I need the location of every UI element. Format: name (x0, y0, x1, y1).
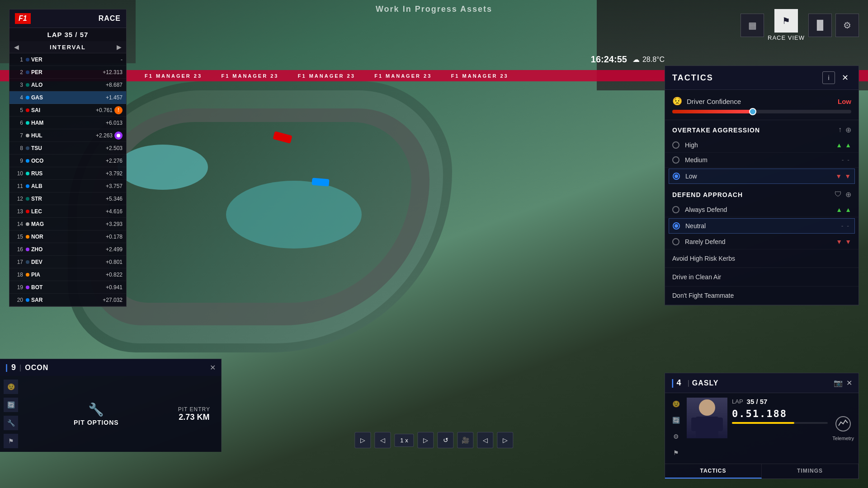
settings-button[interactable]: ⚙ (835, 14, 859, 37)
standings-row[interactable]: 11ALB+3.757 (9, 180, 126, 192)
position-number: 7 (13, 132, 23, 139)
rewind-button[interactable]: ◁ (374, 432, 391, 448)
standings-row[interactable]: 6HAM+6.013 (9, 117, 126, 129)
standings-row[interactable]: 7HUL+2.263 (9, 129, 126, 142)
driver-card-close-button[interactable]: ✕ (846, 379, 852, 387)
defend-always-option[interactable]: Always Defend ▲ ▲ (665, 202, 859, 217)
standings-row[interactable]: 14MAG+3.293 (9, 218, 126, 230)
svg-rect-3 (691, 418, 700, 431)
overtake-high-option[interactable]: High ▲ ▲ (665, 138, 859, 153)
standings-row[interactable]: 18PIA+0.822 (9, 268, 126, 281)
defend-rarely-radio[interactable] (672, 238, 679, 245)
standings-row[interactable]: 8TSU+2.503 (9, 142, 126, 155)
driver-gap: +3.293 (106, 221, 123, 227)
next-frame-button[interactable]: ▷ (497, 432, 514, 448)
team-dot (26, 134, 29, 137)
prev-frame-button[interactable]: ◁ (477, 432, 494, 448)
standings-row[interactable]: 10RUS+3.792 (9, 167, 126, 180)
standings-row[interactable]: 19BOT+0.941 (9, 281, 126, 294)
overtake-low-radio[interactable] (673, 173, 680, 180)
standings-row[interactable]: 4GAS+1.457 (9, 91, 126, 104)
defend-neutral-option[interactable]: Neutral - - (669, 218, 855, 234)
standings-row[interactable]: 16ZHO+2.499 (9, 243, 126, 256)
weather-info: ☁ 28.8°C (632, 55, 665, 64)
overtake-high-radio[interactable] (672, 141, 679, 149)
tactics-info-button[interactable]: i (822, 71, 835, 84)
standings-row[interactable]: 15NOR+0.178 (9, 230, 126, 243)
timings-tab[interactable]: TIMINGS (762, 464, 859, 479)
standings-row[interactable]: 9OCO+2.276 (9, 155, 126, 167)
gasly-photo (687, 398, 727, 438)
position-number: 11 (13, 183, 23, 189)
driver-card-icon-settings[interactable]: ⚙ (670, 430, 682, 443)
ocon-icon-wrench[interactable]: 🔧 (4, 416, 18, 430)
clean-air-toggle[interactable]: Drive in Clean Air (665, 268, 859, 286)
standings-row[interactable]: 1VER- (9, 53, 126, 66)
standings-row[interactable]: 20SAR+27.032 (9, 294, 126, 306)
loop-button[interactable]: ↺ (438, 432, 454, 448)
standings-row[interactable]: 3ALO+8.687 (9, 79, 126, 91)
team-dot (26, 172, 29, 175)
tactics-close-button[interactable]: ✕ (839, 71, 851, 84)
pit-distance-value: 2.73 KM (179, 413, 209, 422)
clock-time: 16:24:55 (591, 54, 627, 65)
timing-button[interactable]: ▐▌ (808, 14, 832, 37)
ocon-icon-face[interactable]: 😟 (4, 380, 18, 394)
driver-confidence-thumb[interactable] (749, 108, 756, 115)
defend-icons: 🛡 ⊕ (835, 190, 851, 199)
position-number: 19 (13, 284, 23, 291)
tactics-tab[interactable]: TACTICS (665, 464, 762, 479)
race-view-button[interactable]: ⚑ (774, 9, 798, 33)
defend-always-label: Always Defend (685, 206, 836, 213)
driver-abbreviation: NOR (31, 234, 49, 240)
no-fight-teammate-toggle[interactable]: Don't Fight Teammate (665, 286, 859, 305)
driver-card-icon-face[interactable]: 😟 (670, 398, 682, 410)
overtake-medium-option[interactable]: Medium - - (665, 153, 859, 168)
defend-rarely-option[interactable]: Rarely Defend ▼ ▼ (665, 235, 859, 249)
driver-card-header: | 4 | GASLY 📷 ✕ (665, 373, 859, 393)
defend-neutral-radio[interactable] (673, 222, 680, 230)
defend-always-radio[interactable] (672, 206, 679, 213)
play-pause-button[interactable]: ▷ (354, 432, 371, 448)
ocon-icon-tire[interactable]: 🔄 (4, 398, 18, 412)
overtake-low-option[interactable]: Low ▼ ▼ (669, 169, 855, 184)
standings-row[interactable]: 5SAI+0.761! (9, 104, 126, 117)
driver-gap: +0.822 (106, 272, 123, 278)
driver-abbreviation: GAS (31, 94, 49, 101)
driver-confidence-slider[interactable] (672, 110, 851, 113)
position-number: 10 (13, 170, 23, 177)
defend-neutral-sep2: - (847, 222, 849, 230)
camera-toggle-button[interactable]: 🎥 (458, 432, 474, 448)
pit-options-area[interactable]: 🔧 PIT OPTIONS (22, 380, 171, 448)
overtake-medium-radio[interactable] (672, 156, 679, 164)
lap-counter: LAP 35 / 57 (9, 28, 126, 41)
interval-nav[interactable]: ◀ INTERVAL ▶ (9, 41, 126, 53)
lap-value: 35 / 57 (747, 398, 768, 405)
ocon-body: 😟 🔄 🔧 ⚑ 🔧 PIT OPTIONS PIT ENTRY 2.73 KM (0, 376, 221, 452)
driver-card-icon-tire[interactable]: 🔄 (670, 414, 682, 427)
ocon-icon-flag[interactable]: ⚑ (4, 434, 18, 448)
interval-prev-arrow[interactable]: ◀ (14, 43, 19, 51)
team-dot (26, 146, 29, 150)
standings-row[interactable]: 2PER+12.313 (9, 66, 126, 79)
race-view-container: ⚑ RACE VIEW (768, 9, 805, 41)
driver-abbreviation: TSU (31, 145, 49, 151)
standings-row[interactable]: 12STR+5.346 (9, 192, 126, 205)
defend-arr-up-icon: ▲ (836, 206, 842, 213)
bar-chart-button[interactable]: ▦ (741, 14, 764, 37)
overtake-medium-label: Medium (685, 156, 840, 164)
forward-icon: ▷ (423, 436, 428, 444)
avoid-kerbs-toggle[interactable]: Avoid High Risk Kerbs (665, 249, 859, 268)
camera-icon[interactable]: 📷 (834, 379, 843, 387)
interval-next-arrow[interactable]: ▶ (117, 43, 122, 51)
driver-abbreviation: HUL (31, 132, 49, 139)
telemetry-button[interactable]: Telemetry (832, 398, 854, 459)
standings-row[interactable]: 13LEC+4.616 (9, 205, 126, 218)
ocon-close-button[interactable]: ✕ (210, 363, 216, 372)
standings-row[interactable]: 17DEV+0.801 (9, 256, 126, 268)
driver-card-body: 😟 🔄 ⚙ ⚑ LAP 35 / 57 0.51.188 (665, 393, 859, 464)
forward-button[interactable]: ▷ (418, 432, 434, 448)
driver-abbreviation: BOT (31, 284, 49, 291)
avoid-kerbs-label: Avoid High Risk Kerbs (672, 255, 735, 262)
driver-card-icon-flag[interactable]: ⚑ (670, 446, 682, 459)
